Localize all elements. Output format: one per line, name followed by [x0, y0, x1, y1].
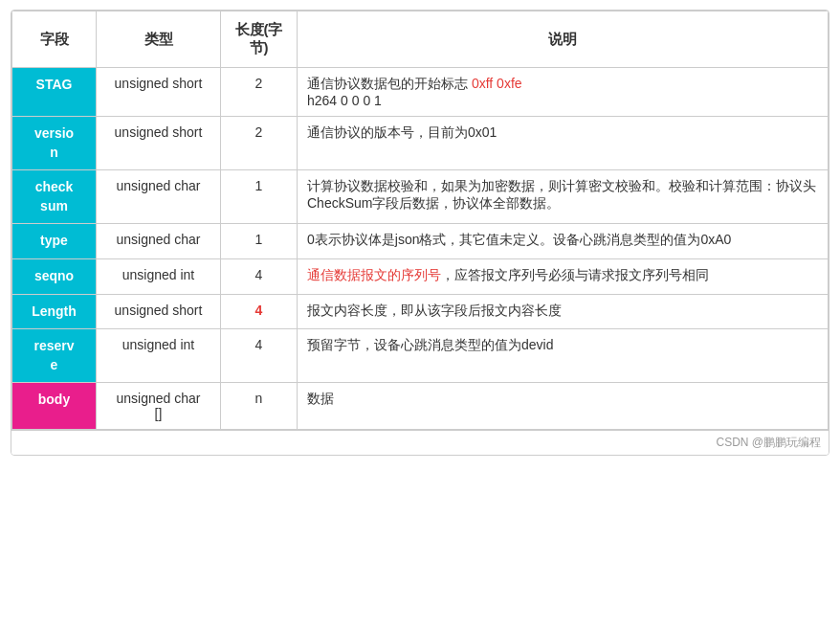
table-row: seqnounsigned int4通信数据报文的序列号，应答报文序列号必须与请…: [12, 258, 829, 294]
main-table-wrapper: 字段 类型 长度(字节) 说明 STAGunsigned short2通信协议数…: [11, 10, 829, 456]
field-cell-3: type: [12, 224, 97, 259]
field-cell-2: check sum: [12, 170, 97, 224]
col-header-type: 类型: [97, 11, 221, 68]
field-cell-6: reserv e: [12, 329, 97, 383]
col-header-desc: 说明: [298, 11, 829, 68]
length-cell-4: 4: [221, 258, 298, 294]
desc-cell-3: 0表示协议体是json格式，其它值未定义。设备心跳消息类型的值为0xA0: [298, 224, 829, 259]
col-header-field: 字段: [12, 11, 97, 68]
type-cell-2: unsigned char: [97, 170, 221, 224]
field-cell-4: seqno: [12, 258, 97, 294]
type-cell-6: unsigned int: [97, 329, 221, 383]
type-cell-4: unsigned int: [97, 258, 221, 294]
desc-cell-2: 计算协议数据校验和，如果为加密数据，则计算密文校验和。校验和计算范围：协议头Ch…: [298, 170, 829, 224]
length-cell-0: 2: [221, 68, 298, 117]
table-row: reserv eunsigned int4预留字节，设备心跳消息类型的值为dev…: [12, 329, 829, 383]
desc-cell-5: 报文内容长度，即从该字段后报文内容长度: [298, 294, 829, 329]
desc-cell-7: 数据: [298, 383, 829, 430]
length-cell-7: n: [221, 383, 298, 430]
field-cell-1: versio n: [12, 117, 97, 170]
field-cell-0: STAG: [12, 68, 97, 117]
desc-cell-4: 通信数据报文的序列号，应答报文序列号必须与请求报文序列号相同: [298, 258, 829, 294]
desc-cell-0: 通信协议数据包的开始标志 0xff 0xfeh264 0 0 0 1: [298, 68, 829, 117]
desc-cell-1: 通信协议的版本号，目前为0x01: [298, 117, 829, 170]
table-row: check sumunsigned char1计算协议数据校验和，如果为加密数据…: [12, 170, 829, 224]
table-row: typeunsigned char10表示协议体是json格式，其它值未定义。设…: [12, 224, 829, 259]
table-body: STAGunsigned short2通信协议数据包的开始标志 0xff 0xf…: [12, 68, 829, 430]
col-header-length: 长度(字节): [221, 11, 298, 68]
length-cell-2: 1: [221, 170, 298, 224]
length-cell-1: 2: [221, 117, 298, 170]
table-row: versio nunsigned short2通信协议的版本号，目前为0x01: [12, 117, 829, 170]
table-footer: CSDN @鹏鹏玩编程: [11, 430, 829, 455]
length-cell-6: 4: [221, 329, 298, 383]
type-cell-3: unsigned char: [97, 224, 221, 259]
length-cell-3: 1: [221, 224, 298, 259]
table-row: Lengthunsigned short4报文内容长度，即从该字段后报文内容长度: [12, 294, 829, 329]
protocol-table: 字段 类型 长度(字节) 说明 STAGunsigned short2通信协议数…: [11, 11, 829, 430]
table-row: bodyunsigned char []n数据: [12, 383, 829, 430]
table-header-row: 字段 类型 长度(字节) 说明: [12, 11, 829, 68]
type-cell-0: unsigned short: [97, 68, 221, 117]
type-cell-5: unsigned short: [97, 294, 221, 329]
desc-red-text: 0xff 0xfe: [472, 76, 522, 91]
desc-red-text: 通信数据报文的序列号: [307, 267, 441, 282]
type-cell-7: unsigned char []: [97, 383, 221, 430]
field-cell-5: Length: [12, 294, 97, 329]
length-cell-5: 4: [221, 294, 298, 329]
desc-cell-6: 预留字节，设备心跳消息类型的值为devid: [298, 329, 829, 383]
table-row: STAGunsigned short2通信协议数据包的开始标志 0xff 0xf…: [12, 68, 829, 117]
field-cell-7: body: [12, 383, 97, 430]
type-cell-1: unsigned short: [97, 117, 221, 170]
